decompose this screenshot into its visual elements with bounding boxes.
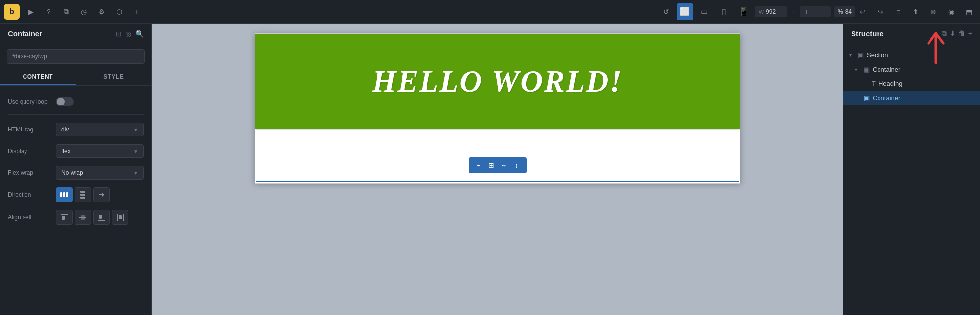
display-arrow: ▼ bbox=[133, 149, 138, 154]
direction-control bbox=[56, 187, 144, 202]
mobile-btn[interactable]: 📱 bbox=[735, 3, 752, 20]
panel-icon-1[interactable]: ⊡ bbox=[116, 30, 122, 38]
flex-wrap-row: Flex wrap No wrap ▼ bbox=[0, 162, 151, 184]
html-tag-value: div bbox=[61, 126, 69, 133]
element-id-field[interactable]: #brxe-caylwp bbox=[7, 49, 145, 64]
tablet-btn[interactable]: ▯ bbox=[716, 3, 732, 20]
tab-style[interactable]: STYLE bbox=[76, 69, 152, 85]
display-value: flex bbox=[61, 148, 71, 155]
width-input[interactable]: 992 bbox=[766, 8, 783, 15]
display-row: Display flex ▼ bbox=[0, 140, 151, 162]
panel-icon-2[interactable]: ◎ bbox=[126, 30, 131, 38]
heading-icon: T bbox=[872, 80, 876, 87]
cursor-tool[interactable]: ▶ bbox=[24, 4, 38, 19]
wordpress-icon[interactable]: ⊛ bbox=[926, 4, 941, 19]
align-self-center-btn[interactable] bbox=[75, 210, 91, 225]
svg-rect-3 bbox=[80, 191, 85, 193]
align-self-control bbox=[56, 210, 144, 225]
help-icon[interactable]: ? bbox=[41, 4, 56, 19]
html-tag-select[interactable]: div ▼ bbox=[56, 123, 144, 136]
float-h-resize-btn[interactable]: ↔ bbox=[498, 159, 510, 171]
tree-item-container-1[interactable]: ▾ ▣ Container bbox=[843, 62, 980, 77]
container1-arrow: ▾ bbox=[855, 67, 861, 72]
history-icon[interactable]: ◷ bbox=[76, 4, 91, 19]
templates-icon[interactable]: ⧉ bbox=[59, 4, 74, 19]
tab-content[interactable]: CONTENT bbox=[0, 69, 76, 85]
panel-title: Container bbox=[8, 29, 42, 38]
query-loop-toggle[interactable] bbox=[56, 97, 144, 106]
tree-item-section[interactable]: ▾ ▣ Section bbox=[843, 48, 980, 62]
section-icon: ▣ bbox=[858, 52, 864, 59]
align-self-end-btn[interactable] bbox=[93, 210, 110, 225]
divider-1 bbox=[8, 114, 144, 115]
top-toolbar: b ▶ ? ⧉ ◷ ⚙ ⬡ + ↺ ⬜ ▭ ▯ 📱 W 992 – H % 84… bbox=[0, 0, 980, 24]
tree-item-container-2[interactable]: ▣ Container bbox=[843, 91, 980, 105]
settings-icon[interactable]: ⚙ bbox=[94, 4, 109, 19]
flex-wrap-label: Flex wrap bbox=[8, 169, 52, 176]
svg-rect-10 bbox=[81, 215, 85, 220]
align-self-stretch-btn[interactable] bbox=[112, 210, 128, 225]
query-loop-label: Use query loop bbox=[8, 98, 52, 105]
canvas-hero-section: HELLO WORLD! bbox=[255, 34, 740, 129]
main-area: Container ⊡ ◎ 🔍 #brxe-caylwp CONTENT STY… bbox=[0, 24, 980, 315]
tree-item-heading[interactable]: T Heading bbox=[843, 77, 980, 91]
publish-icon[interactable]: ⬒ bbox=[961, 4, 976, 19]
toolbar-left-icons: ▶ ? ⧉ ◷ ⚙ ⬡ + bbox=[24, 4, 659, 19]
html-tag-control[interactable]: div ▼ bbox=[56, 123, 144, 136]
canvas-empty-container[interactable]: + ⊞ ↔ ↕ bbox=[255, 129, 740, 183]
align-self-row: Align self bbox=[0, 206, 151, 229]
svg-rect-12 bbox=[99, 215, 102, 219]
delete-icon[interactable]: 🗑 bbox=[958, 29, 965, 38]
align-self-start-btn[interactable] bbox=[56, 210, 73, 225]
svg-rect-4 bbox=[80, 194, 85, 196]
container2-icon: ▣ bbox=[864, 94, 870, 102]
undo-icon[interactable]: ↩ bbox=[855, 4, 870, 19]
display-select[interactable]: flex ▼ bbox=[56, 144, 144, 158]
panel-search-icon[interactable]: 🔍 bbox=[135, 30, 144, 38]
svg-rect-13 bbox=[117, 214, 118, 221]
container1-label: Container bbox=[873, 66, 900, 73]
flex-wrap-control[interactable]: No wrap ▼ bbox=[56, 166, 144, 180]
tablet-landscape-btn[interactable]: ▭ bbox=[696, 3, 713, 20]
preview-icon[interactable]: ◉ bbox=[944, 4, 958, 19]
svg-rect-14 bbox=[123, 214, 124, 221]
svg-rect-7 bbox=[61, 214, 68, 215]
float-grid-btn[interactable]: ⊞ bbox=[485, 159, 497, 171]
integrations-icon[interactable]: ⬡ bbox=[112, 4, 126, 19]
right-panel-header: Structure ⧉ ⬇ 🗑 + bbox=[843, 24, 980, 44]
flex-wrap-select[interactable]: No wrap ▼ bbox=[56, 166, 144, 180]
direction-column-btn[interactable] bbox=[75, 187, 91, 202]
layout-icon[interactable]: ≡ bbox=[891, 4, 905, 19]
panel-header-icons: ⊡ ◎ 🔍 bbox=[116, 30, 144, 38]
html-tag-label: HTML tag bbox=[8, 126, 52, 133]
display-control[interactable]: flex ▼ bbox=[56, 144, 144, 158]
query-loop-row: Use query loop bbox=[0, 93, 151, 110]
download-icon[interactable]: ⬇ bbox=[950, 29, 955, 38]
logo[interactable]: b bbox=[4, 4, 20, 20]
flex-wrap-value: No wrap bbox=[61, 169, 83, 176]
float-add-btn[interactable]: + bbox=[473, 159, 484, 171]
heading-label: Heading bbox=[879, 80, 902, 87]
width-control: W 992 bbox=[755, 6, 787, 17]
canvas-float-toolbar: + ⊞ ↔ ↕ bbox=[469, 158, 527, 173]
direction-row-btn[interactable] bbox=[56, 187, 73, 202]
toolbar-right: ↩ ↪ ≡ ⬆ ⊛ ◉ ⬒ bbox=[855, 4, 976, 19]
canvas-area: HELLO WORLD! + ⊞ ↔ ↕ bbox=[152, 24, 843, 315]
save-icon[interactable]: ⬆ bbox=[908, 4, 923, 19]
direction-row: Direction bbox=[0, 184, 151, 206]
desktop-device-btn[interactable]: ⬜ bbox=[677, 3, 693, 20]
panel-body: Use query loop HTML tag div ▼ bbox=[0, 86, 151, 315]
add-item-icon[interactable]: + bbox=[968, 29, 972, 38]
direction-reverse-btn[interactable] bbox=[93, 187, 110, 202]
add-icon[interactable]: + bbox=[129, 4, 144, 19]
svg-rect-11 bbox=[98, 220, 105, 221]
height-input[interactable] bbox=[809, 8, 827, 15]
direction-label: Direction bbox=[8, 191, 52, 198]
float-v-resize-btn[interactable]: ↕ bbox=[511, 159, 523, 171]
copy-icon[interactable]: ⧉ bbox=[942, 29, 947, 38]
left-panel: Container ⊡ ◎ 🔍 #brxe-caylwp CONTENT STY… bbox=[0, 24, 152, 315]
refresh-icon[interactable]: ↺ bbox=[659, 4, 674, 19]
svg-rect-2 bbox=[66, 192, 68, 197]
svg-rect-8 bbox=[62, 216, 65, 220]
redo-icon[interactable]: ↪ bbox=[873, 4, 888, 19]
